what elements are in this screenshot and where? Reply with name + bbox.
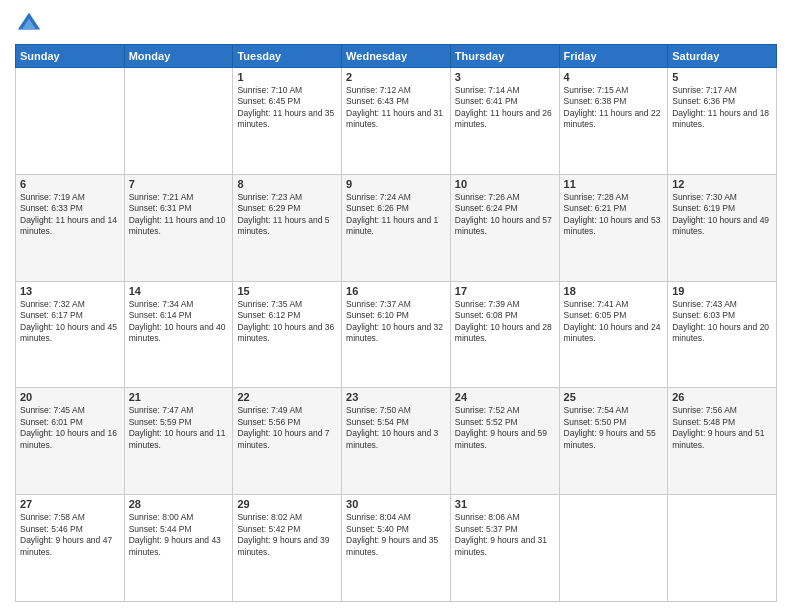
day-info: Sunrise: 7:37 AM Sunset: 6:10 PM Dayligh… (346, 299, 446, 345)
page: SundayMondayTuesdayWednesdayThursdayFrid… (0, 0, 792, 612)
calendar-cell (16, 68, 125, 175)
day-info: Sunrise: 7:47 AM Sunset: 5:59 PM Dayligh… (129, 405, 229, 451)
day-info: Sunrise: 7:35 AM Sunset: 6:12 PM Dayligh… (237, 299, 337, 345)
logo (15, 10, 47, 38)
calendar-cell: 29Sunrise: 8:02 AM Sunset: 5:42 PM Dayli… (233, 495, 342, 602)
calendar-cell: 30Sunrise: 8:04 AM Sunset: 5:40 PM Dayli… (342, 495, 451, 602)
weekday-header-row: SundayMondayTuesdayWednesdayThursdayFrid… (16, 45, 777, 68)
calendar-cell: 11Sunrise: 7:28 AM Sunset: 6:21 PM Dayli… (559, 174, 668, 281)
day-info: Sunrise: 7:17 AM Sunset: 6:36 PM Dayligh… (672, 85, 772, 131)
calendar-cell (559, 495, 668, 602)
day-info: Sunrise: 7:15 AM Sunset: 6:38 PM Dayligh… (564, 85, 664, 131)
day-number: 10 (455, 178, 555, 190)
day-info: Sunrise: 7:39 AM Sunset: 6:08 PM Dayligh… (455, 299, 555, 345)
calendar-cell: 28Sunrise: 8:00 AM Sunset: 5:44 PM Dayli… (124, 495, 233, 602)
day-info: Sunrise: 7:26 AM Sunset: 6:24 PM Dayligh… (455, 192, 555, 238)
calendar-cell: 8Sunrise: 7:23 AM Sunset: 6:29 PM Daylig… (233, 174, 342, 281)
logo-icon (15, 10, 43, 38)
calendar-cell: 15Sunrise: 7:35 AM Sunset: 6:12 PM Dayli… (233, 281, 342, 388)
calendar-cell: 27Sunrise: 7:58 AM Sunset: 5:46 PM Dayli… (16, 495, 125, 602)
day-number: 4 (564, 71, 664, 83)
calendar-cell: 3Sunrise: 7:14 AM Sunset: 6:41 PM Daylig… (450, 68, 559, 175)
weekday-header-monday: Monday (124, 45, 233, 68)
calendar-cell: 18Sunrise: 7:41 AM Sunset: 6:05 PM Dayli… (559, 281, 668, 388)
day-number: 20 (20, 391, 120, 403)
calendar-cell: 4Sunrise: 7:15 AM Sunset: 6:38 PM Daylig… (559, 68, 668, 175)
day-number: 16 (346, 285, 446, 297)
calendar-cell: 5Sunrise: 7:17 AM Sunset: 6:36 PM Daylig… (668, 68, 777, 175)
calendar-cell: 17Sunrise: 7:39 AM Sunset: 6:08 PM Dayli… (450, 281, 559, 388)
day-number: 9 (346, 178, 446, 190)
day-info: Sunrise: 7:56 AM Sunset: 5:48 PM Dayligh… (672, 405, 772, 451)
day-info: Sunrise: 7:54 AM Sunset: 5:50 PM Dayligh… (564, 405, 664, 451)
day-info: Sunrise: 7:19 AM Sunset: 6:33 PM Dayligh… (20, 192, 120, 238)
day-number: 1 (237, 71, 337, 83)
day-info: Sunrise: 7:50 AM Sunset: 5:54 PM Dayligh… (346, 405, 446, 451)
day-number: 3 (455, 71, 555, 83)
calendar-cell: 2Sunrise: 7:12 AM Sunset: 6:43 PM Daylig… (342, 68, 451, 175)
day-number: 5 (672, 71, 772, 83)
day-info: Sunrise: 7:32 AM Sunset: 6:17 PM Dayligh… (20, 299, 120, 345)
calendar-row-2: 13Sunrise: 7:32 AM Sunset: 6:17 PM Dayli… (16, 281, 777, 388)
calendar-cell: 31Sunrise: 8:06 AM Sunset: 5:37 PM Dayli… (450, 495, 559, 602)
day-info: Sunrise: 7:10 AM Sunset: 6:45 PM Dayligh… (237, 85, 337, 131)
day-info: Sunrise: 7:41 AM Sunset: 6:05 PM Dayligh… (564, 299, 664, 345)
day-info: Sunrise: 7:24 AM Sunset: 6:26 PM Dayligh… (346, 192, 446, 238)
calendar-cell: 19Sunrise: 7:43 AM Sunset: 6:03 PM Dayli… (668, 281, 777, 388)
calendar-cell: 21Sunrise: 7:47 AM Sunset: 5:59 PM Dayli… (124, 388, 233, 495)
day-info: Sunrise: 7:34 AM Sunset: 6:14 PM Dayligh… (129, 299, 229, 345)
day-info: Sunrise: 7:52 AM Sunset: 5:52 PM Dayligh… (455, 405, 555, 451)
day-info: Sunrise: 7:23 AM Sunset: 6:29 PM Dayligh… (237, 192, 337, 238)
weekday-header-sunday: Sunday (16, 45, 125, 68)
day-number: 26 (672, 391, 772, 403)
day-number: 11 (564, 178, 664, 190)
day-number: 25 (564, 391, 664, 403)
weekday-header-tuesday: Tuesday (233, 45, 342, 68)
day-info: Sunrise: 7:58 AM Sunset: 5:46 PM Dayligh… (20, 512, 120, 558)
header (15, 10, 777, 38)
calendar-cell: 26Sunrise: 7:56 AM Sunset: 5:48 PM Dayli… (668, 388, 777, 495)
day-number: 18 (564, 285, 664, 297)
day-number: 27 (20, 498, 120, 510)
day-info: Sunrise: 7:21 AM Sunset: 6:31 PM Dayligh… (129, 192, 229, 238)
day-number: 29 (237, 498, 337, 510)
calendar-cell: 14Sunrise: 7:34 AM Sunset: 6:14 PM Dayli… (124, 281, 233, 388)
day-number: 7 (129, 178, 229, 190)
day-number: 28 (129, 498, 229, 510)
calendar-row-0: 1Sunrise: 7:10 AM Sunset: 6:45 PM Daylig… (16, 68, 777, 175)
day-number: 21 (129, 391, 229, 403)
day-info: Sunrise: 8:00 AM Sunset: 5:44 PM Dayligh… (129, 512, 229, 558)
day-info: Sunrise: 7:30 AM Sunset: 6:19 PM Dayligh… (672, 192, 772, 238)
day-number: 12 (672, 178, 772, 190)
day-number: 31 (455, 498, 555, 510)
calendar-cell: 25Sunrise: 7:54 AM Sunset: 5:50 PM Dayli… (559, 388, 668, 495)
day-number: 24 (455, 391, 555, 403)
calendar-cell: 1Sunrise: 7:10 AM Sunset: 6:45 PM Daylig… (233, 68, 342, 175)
day-info: Sunrise: 7:28 AM Sunset: 6:21 PM Dayligh… (564, 192, 664, 238)
calendar-cell: 9Sunrise: 7:24 AM Sunset: 6:26 PM Daylig… (342, 174, 451, 281)
calendar-cell: 13Sunrise: 7:32 AM Sunset: 6:17 PM Dayli… (16, 281, 125, 388)
calendar-cell: 10Sunrise: 7:26 AM Sunset: 6:24 PM Dayli… (450, 174, 559, 281)
weekday-header-thursday: Thursday (450, 45, 559, 68)
calendar-row-4: 27Sunrise: 7:58 AM Sunset: 5:46 PM Dayli… (16, 495, 777, 602)
calendar-cell: 24Sunrise: 7:52 AM Sunset: 5:52 PM Dayli… (450, 388, 559, 495)
day-number: 2 (346, 71, 446, 83)
calendar-cell: 6Sunrise: 7:19 AM Sunset: 6:33 PM Daylig… (16, 174, 125, 281)
day-number: 19 (672, 285, 772, 297)
day-info: Sunrise: 7:43 AM Sunset: 6:03 PM Dayligh… (672, 299, 772, 345)
day-number: 8 (237, 178, 337, 190)
day-info: Sunrise: 7:14 AM Sunset: 6:41 PM Dayligh… (455, 85, 555, 131)
calendar: SundayMondayTuesdayWednesdayThursdayFrid… (15, 44, 777, 602)
weekday-header-wednesday: Wednesday (342, 45, 451, 68)
day-number: 15 (237, 285, 337, 297)
day-info: Sunrise: 7:12 AM Sunset: 6:43 PM Dayligh… (346, 85, 446, 131)
day-info: Sunrise: 7:49 AM Sunset: 5:56 PM Dayligh… (237, 405, 337, 451)
day-info: Sunrise: 8:04 AM Sunset: 5:40 PM Dayligh… (346, 512, 446, 558)
calendar-cell: 12Sunrise: 7:30 AM Sunset: 6:19 PM Dayli… (668, 174, 777, 281)
calendar-cell: 23Sunrise: 7:50 AM Sunset: 5:54 PM Dayli… (342, 388, 451, 495)
day-number: 13 (20, 285, 120, 297)
weekday-header-friday: Friday (559, 45, 668, 68)
calendar-row-3: 20Sunrise: 7:45 AM Sunset: 6:01 PM Dayli… (16, 388, 777, 495)
day-info: Sunrise: 8:06 AM Sunset: 5:37 PM Dayligh… (455, 512, 555, 558)
day-number: 6 (20, 178, 120, 190)
